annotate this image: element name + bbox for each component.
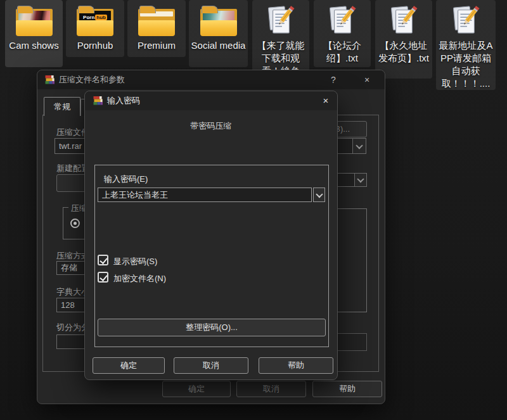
icon-label: Pornhub	[68, 39, 122, 52]
organize-passwords-button[interactable]: 整理密码(O)...	[98, 319, 326, 336]
chevron-down-icon[interactable]	[313, 188, 325, 202]
text-file-icon	[328, 4, 357, 37]
icon-label: 最新地址及APP请发邮箱自动获取！！！....	[439, 39, 493, 90]
desktop-icon-social-media[interactable]: Social media	[189, 0, 248, 67]
dictionary-value: 128	[61, 300, 75, 310]
desktop-icon-pornhub[interactable]: Pornhub Pornhub	[66, 0, 124, 57]
encrypt-names-label: 加密文件名(N)	[113, 273, 166, 284]
close-icon[interactable]: ×	[318, 94, 333, 107]
password-input[interactable]: 上老王论坛当老王	[98, 188, 312, 202]
desktop-icon-premium[interactable]: Premium	[127, 0, 186, 57]
help-button[interactable]: 帮助	[259, 357, 333, 374]
encrypt-names-checkbox[interactable]	[98, 272, 108, 283]
winrar-icon	[45, 75, 55, 85]
format-radio[interactable]	[70, 219, 80, 228]
password-banner: 带密码压缩	[85, 120, 337, 132]
archive-name-value: twt.rar	[59, 141, 82, 151]
password-label: 输入密码(E)	[104, 174, 148, 185]
ok-button[interactable]: 确定	[162, 381, 231, 397]
folder-icon	[16, 4, 53, 37]
icon-label: 【论坛介绍】.txt	[315, 39, 369, 65]
text-file-icon	[266, 4, 295, 37]
brand-text: Porn	[83, 15, 94, 20]
close-icon[interactable]: ×	[359, 73, 375, 86]
desktop-icon-textfile-3[interactable]: 【永久地址发布页】.txt	[375, 0, 432, 79]
password-dialog-titlebar[interactable]: 输入密码 ×	[85, 91, 337, 110]
archive-dialog-titlebar[interactable]: 压缩文件名和参数 ? ×	[37, 70, 385, 89]
cancel-button[interactable]: 取消	[236, 381, 306, 397]
desktop-icon-textfile-1[interactable]: 【来了就能下载和观看！绝色	[252, 0, 309, 79]
help-button[interactable]: 帮助	[312, 381, 382, 397]
tab-general[interactable]: 常规	[44, 97, 80, 116]
icon-label: Premium	[129, 39, 184, 52]
folder-icon	[138, 4, 175, 37]
folder-icon	[200, 4, 237, 37]
show-password-checkbox[interactable]	[98, 255, 108, 265]
desktop-icon-textfile-4[interactable]: 最新地址及APP请发邮箱自动获取！！！....	[436, 0, 496, 90]
cancel-button[interactable]: 取消	[174, 357, 248, 374]
icon-label: Cam shows	[7, 39, 61, 52]
dialog-title: 压缩文件名和参数	[59, 74, 125, 86]
text-file-icon	[451, 4, 480, 37]
method-value: 存储	[61, 262, 77, 274]
password-dialog: 输入密码 × 带密码压缩 输入密码(E) 上老王论坛当老王 显示密码(S) 加密…	[84, 91, 338, 380]
folder-icon: Pornhub	[77, 4, 113, 37]
icon-label: 【永久地址发布页】.txt	[376, 39, 431, 65]
ok-button[interactable]: 确定	[93, 357, 165, 374]
chevron-down-icon[interactable]	[352, 139, 366, 153]
password-value: 上老王论坛当老王	[102, 189, 168, 201]
icon-label: Social media	[191, 39, 246, 52]
desktop-icon-cam-shows[interactable]: Cam shows	[5, 0, 63, 67]
help-icon[interactable]: ?	[326, 73, 341, 86]
dialog-title: 输入密码	[107, 95, 140, 106]
desktop-icon-textfile-2[interactable]: 【论坛介绍】.txt	[314, 0, 371, 67]
brand-badge: hub	[95, 15, 107, 20]
text-file-icon	[389, 4, 418, 37]
winrar-icon	[93, 96, 103, 106]
show-password-label: 显示密码(S)	[113, 256, 157, 267]
chevron-down-icon[interactable]	[354, 173, 367, 187]
